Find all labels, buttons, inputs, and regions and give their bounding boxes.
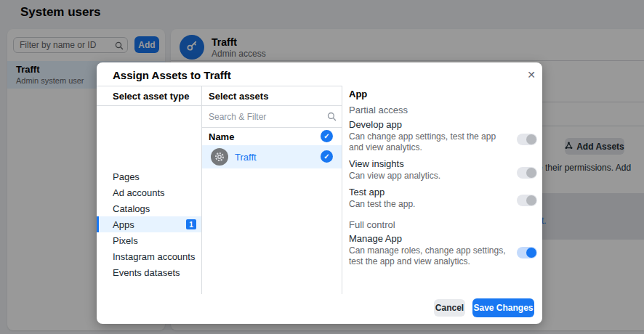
asset-type-apps[interactable]: Apps 1 (97, 216, 201, 232)
app-gear-icon (211, 148, 228, 166)
asset-type-label: Pages (113, 171, 140, 182)
modal-title: Assign Assets to Trafft (113, 69, 231, 81)
view-insights-toggle[interactable] (517, 167, 537, 179)
test-app-toggle[interactable] (517, 195, 537, 206)
partial-access-label: Partial access (349, 105, 516, 115)
full-control-label: Full control (349, 219, 516, 230)
assign-assets-modal: Assign Assets to Trafft ✕ Select asset t… (97, 62, 542, 324)
asset-type-column-header: Select asset type (113, 91, 190, 102)
asset-type-label: Instagram accounts (113, 251, 195, 262)
save-changes-button[interactable]: Save Changes (472, 298, 534, 317)
manage-app-toggle[interactable] (517, 247, 537, 258)
divider (97, 86, 342, 86)
divider (342, 86, 342, 294)
develop-app-toggle[interactable] (517, 134, 537, 145)
permission-develop-app-desc: Can change app settings, test the app an… (349, 131, 512, 153)
selected-count-badge: 1 (186, 219, 196, 229)
asset-name: Trafft (235, 152, 257, 163)
asset-type-label: Pixels (113, 235, 138, 246)
search-icon (327, 111, 337, 124)
permission-test-app: Test app (349, 187, 516, 197)
asset-search-input[interactable] (209, 110, 325, 123)
close-icon[interactable]: ✕ (524, 68, 539, 82)
divider (202, 127, 342, 128)
asset-type-label: Events datasets (113, 267, 180, 278)
asset-type-ad-accounts[interactable]: Ad accounts (97, 184, 201, 200)
asset-type-catalogs[interactable]: Catalogs (97, 200, 201, 216)
asset-type-label: Ad accounts (113, 187, 165, 198)
divider (201, 86, 202, 294)
select-all-checkmark[interactable]: ✓ (321, 130, 333, 142)
asset-type-label: Apps (113, 219, 134, 230)
permission-view-insights: View insights (349, 158, 516, 169)
divider (97, 105, 342, 106)
asset-type-instagram-accounts[interactable]: Instagram accounts (97, 248, 201, 264)
permission-develop-app: Develop app (349, 119, 516, 130)
asset-type-label: Catalogs (113, 203, 150, 214)
permission-manage-app-desc: Can manage roles, change app settings, t… (349, 245, 512, 267)
permission-test-app-desc: Can test the app. (349, 199, 512, 210)
permissions-header: App (349, 89, 516, 99)
asset-type-events-datasets[interactable]: Events datasets (97, 264, 201, 280)
permission-manage-app: Manage App (349, 233, 516, 244)
cancel-button[interactable]: Cancel (434, 299, 465, 317)
asset-type-pixels[interactable]: Pixels (97, 232, 201, 248)
asset-checkmark[interactable]: ✓ (321, 150, 333, 163)
asset-type-pages[interactable]: Pages (97, 168, 201, 184)
select-assets-column-header: Select assets (209, 91, 268, 102)
assets-name-header: Name (209, 131, 234, 142)
permission-view-insights-desc: Can view app analytics. (349, 171, 512, 182)
